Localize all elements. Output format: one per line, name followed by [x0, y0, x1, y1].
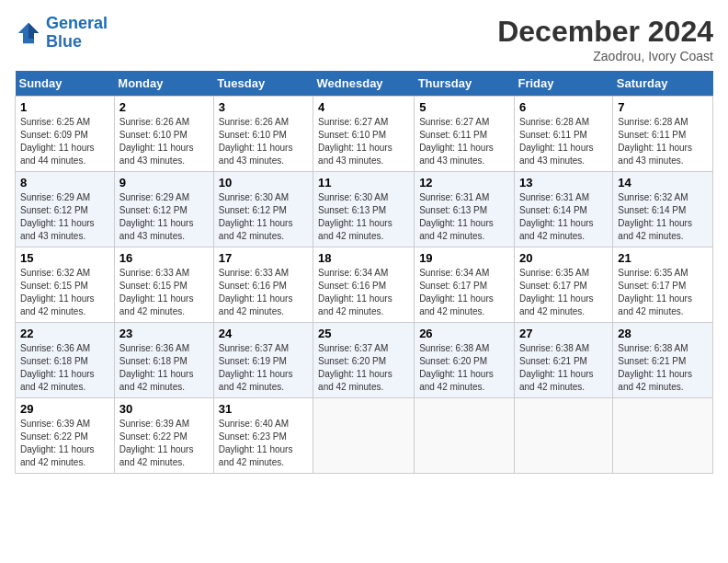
day-info: Sunrise: 6:37 AMSunset: 6:19 PMDaylight:… [219, 343, 293, 392]
day-info: Sunrise: 6:38 AMSunset: 6:20 PMDaylight:… [419, 343, 494, 392]
day-info: Sunrise: 6:33 AMSunset: 6:16 PMDaylight:… [219, 268, 293, 316]
day-info: Sunrise: 6:31 AMSunset: 6:13 PMDaylight:… [419, 192, 494, 241]
calendar-cell: 17 Sunrise: 6:33 AMSunset: 6:16 PMDaylig… [213, 247, 313, 323]
day-number: 4 [318, 100, 409, 114]
col-header-sunday: Sunday [16, 71, 115, 97]
day-number: 16 [119, 251, 209, 265]
day-number: 24 [219, 327, 308, 340]
day-info: Sunrise: 6:36 AMSunset: 6:18 PMDaylight:… [20, 343, 95, 392]
day-info: Sunrise: 6:30 AMSunset: 6:12 PMDaylight:… [219, 192, 293, 241]
logo-text: General Blue [46, 15, 108, 52]
calendar-week-row: 15 Sunrise: 6:32 AMSunset: 6:15 PMDaylig… [16, 247, 713, 323]
day-number: 17 [219, 251, 308, 265]
day-number: 7 [618, 100, 708, 114]
calendar-cell [313, 398, 415, 474]
col-header-thursday: Thursday [415, 71, 515, 97]
calendar-week-row: 22 Sunrise: 6:36 AMSunset: 6:18 PMDaylig… [16, 323, 713, 398]
calendar-cell: 6 Sunrise: 6:28 AMSunset: 6:11 PMDayligh… [514, 97, 612, 172]
calendar-cell [514, 398, 612, 474]
calendar-cell: 9 Sunrise: 6:29 AMSunset: 6:12 PMDayligh… [114, 172, 213, 247]
day-number: 31 [219, 402, 308, 416]
day-number: 19 [419, 251, 509, 265]
calendar-cell: 22 Sunrise: 6:36 AMSunset: 6:18 PMDaylig… [16, 323, 115, 398]
month-title: December 2024 [497, 15, 713, 49]
calendar-cell: 5 Sunrise: 6:27 AMSunset: 6:11 PMDayligh… [415, 97, 515, 172]
day-info: Sunrise: 6:28 AMSunset: 6:11 PMDaylight:… [618, 117, 692, 166]
calendar-cell: 11 Sunrise: 6:30 AMSunset: 6:13 PMDaylig… [313, 172, 415, 247]
day-number: 13 [519, 176, 608, 190]
day-number: 5 [419, 100, 509, 114]
day-number: 3 [219, 100, 308, 114]
calendar-cell: 1 Sunrise: 6:25 AMSunset: 6:09 PMDayligh… [16, 97, 115, 172]
day-number: 21 [618, 251, 708, 265]
day-info: Sunrise: 6:31 AMSunset: 6:14 PMDaylight:… [519, 192, 594, 241]
calendar-week-row: 29 Sunrise: 6:39 AMSunset: 6:22 PMDaylig… [16, 398, 713, 474]
calendar-cell: 8 Sunrise: 6:29 AMSunset: 6:12 PMDayligh… [16, 172, 115, 247]
calendar-week-row: 8 Sunrise: 6:29 AMSunset: 6:12 PMDayligh… [16, 172, 713, 247]
calendar-table: SundayMondayTuesdayWednesdayThursdayFrid… [15, 71, 713, 474]
calendar-cell: 10 Sunrise: 6:30 AMSunset: 6:12 PMDaylig… [213, 172, 313, 247]
calendar-cell: 3 Sunrise: 6:26 AMSunset: 6:10 PMDayligh… [213, 97, 313, 172]
day-number: 29 [20, 402, 109, 416]
calendar-cell: 2 Sunrise: 6:26 AMSunset: 6:10 PMDayligh… [114, 97, 213, 172]
calendar-week-row: 1 Sunrise: 6:25 AMSunset: 6:09 PMDayligh… [16, 97, 713, 172]
day-info: Sunrise: 6:35 AMSunset: 6:17 PMDaylight:… [519, 268, 594, 316]
day-number: 23 [119, 327, 209, 340]
calendar-cell: 24 Sunrise: 6:37 AMSunset: 6:19 PMDaylig… [213, 323, 313, 398]
calendar-cell: 13 Sunrise: 6:31 AMSunset: 6:14 PMDaylig… [514, 172, 612, 247]
calendar-cell: 26 Sunrise: 6:38 AMSunset: 6:20 PMDaylig… [415, 323, 515, 398]
day-info: Sunrise: 6:32 AMSunset: 6:14 PMDaylight:… [618, 192, 692, 241]
day-info: Sunrise: 6:33 AMSunset: 6:15 PMDaylight:… [119, 268, 194, 316]
calendar-cell: 27 Sunrise: 6:38 AMSunset: 6:21 PMDaylig… [514, 323, 612, 398]
calendar-cell: 12 Sunrise: 6:31 AMSunset: 6:13 PMDaylig… [415, 172, 515, 247]
calendar-cell: 18 Sunrise: 6:34 AMSunset: 6:16 PMDaylig… [313, 247, 415, 323]
day-info: Sunrise: 6:26 AMSunset: 6:10 PMDaylight:… [219, 117, 293, 166]
col-header-tuesday: Tuesday [213, 71, 313, 97]
day-info: Sunrise: 6:27 AMSunset: 6:10 PMDaylight:… [318, 117, 392, 166]
location-subtitle: Zaodrou, Ivory Coast [497, 49, 713, 63]
day-info: Sunrise: 6:26 AMSunset: 6:10 PMDaylight:… [119, 117, 194, 166]
calendar-cell: 30 Sunrise: 6:39 AMSunset: 6:22 PMDaylig… [114, 398, 213, 474]
col-header-friday: Friday [514, 71, 612, 97]
day-number: 10 [219, 176, 308, 190]
day-info: Sunrise: 6:28 AMSunset: 6:11 PMDaylight:… [519, 117, 594, 166]
calendar-cell: 15 Sunrise: 6:32 AMSunset: 6:15 PMDaylig… [16, 247, 115, 323]
day-info: Sunrise: 6:39 AMSunset: 6:22 PMDaylight:… [119, 419, 194, 467]
calendar-cell [415, 398, 515, 474]
page-header: General Blue December 2024 Zaodrou, Ivor… [15, 15, 713, 63]
calendar-cell: 21 Sunrise: 6:35 AMSunset: 6:17 PMDaylig… [613, 247, 713, 323]
day-info: Sunrise: 6:38 AMSunset: 6:21 PMDaylight:… [519, 343, 594, 392]
calendar-header-row: SundayMondayTuesdayWednesdayThursdayFrid… [16, 71, 713, 97]
svg-marker-1 [28, 23, 39, 39]
col-header-monday: Monday [114, 71, 213, 97]
day-number: 9 [119, 176, 209, 190]
day-number: 27 [519, 327, 608, 340]
day-number: 14 [618, 176, 708, 190]
day-number: 22 [20, 327, 109, 340]
day-number: 12 [419, 176, 509, 190]
calendar-cell: 19 Sunrise: 6:34 AMSunset: 6:17 PMDaylig… [415, 247, 515, 323]
logo-icon [15, 19, 42, 47]
calendar-cell: 4 Sunrise: 6:27 AMSunset: 6:10 PMDayligh… [313, 97, 415, 172]
day-number: 30 [119, 402, 209, 416]
day-number: 6 [519, 100, 608, 114]
day-number: 15 [20, 251, 109, 265]
day-number: 26 [419, 327, 509, 340]
day-number: 18 [318, 251, 409, 265]
title-area: December 2024 Zaodrou, Ivory Coast [497, 15, 713, 63]
day-info: Sunrise: 6:38 AMSunset: 6:21 PMDaylight:… [618, 343, 692, 392]
day-number: 11 [318, 176, 409, 190]
calendar-cell: 25 Sunrise: 6:37 AMSunset: 6:20 PMDaylig… [313, 323, 415, 398]
day-info: Sunrise: 6:29 AMSunset: 6:12 PMDaylight:… [20, 192, 95, 241]
calendar-cell: 20 Sunrise: 6:35 AMSunset: 6:17 PMDaylig… [514, 247, 612, 323]
day-number: 2 [119, 100, 209, 114]
col-header-saturday: Saturday [613, 71, 713, 97]
day-info: Sunrise: 6:29 AMSunset: 6:12 PMDaylight:… [119, 192, 194, 241]
day-info: Sunrise: 6:25 AMSunset: 6:09 PMDaylight:… [20, 117, 95, 166]
day-info: Sunrise: 6:34 AMSunset: 6:17 PMDaylight:… [419, 268, 494, 316]
day-number: 20 [519, 251, 608, 265]
calendar-cell: 31 Sunrise: 6:40 AMSunset: 6:23 PMDaylig… [213, 398, 313, 474]
day-info: Sunrise: 6:37 AMSunset: 6:20 PMDaylight:… [318, 343, 392, 392]
day-info: Sunrise: 6:35 AMSunset: 6:17 PMDaylight:… [618, 268, 692, 316]
calendar-cell: 23 Sunrise: 6:36 AMSunset: 6:18 PMDaylig… [114, 323, 213, 398]
